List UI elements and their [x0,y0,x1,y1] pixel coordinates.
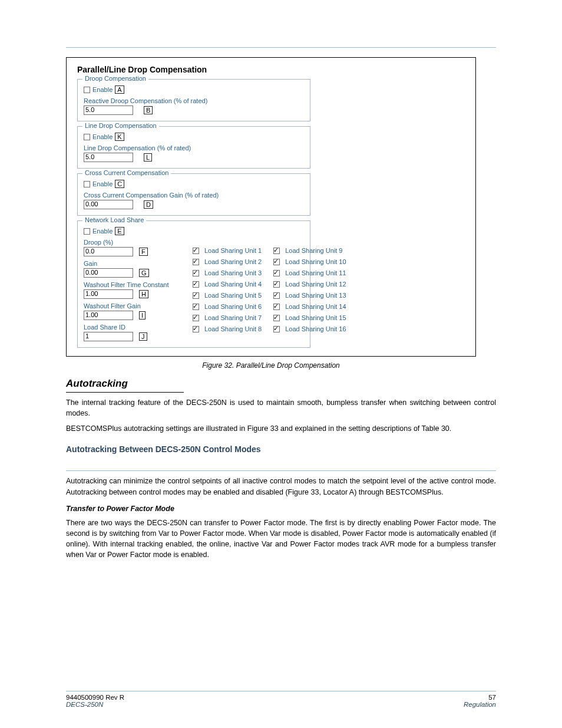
checkbox-lsu[interactable] [273,315,280,321]
group-legend-nls: Network Load Share [82,216,146,223]
lsu-item: Load Sharing Unit 1 [193,247,262,254]
tag-c: C [115,180,124,188]
group-linedrop: Line Drop Compensation Enable K Line Dro… [77,126,310,169]
checkbox-linedrop-enable[interactable] [84,134,90,140]
group-legend-cross: Cross Current Compensation [82,169,171,176]
tag-i: I [139,311,146,319]
label-nls-enable: Enable [92,228,113,235]
lsu-item: Load Sharing Unit 5 [193,292,262,299]
checkbox-lsu[interactable] [273,270,280,276]
label-linedrop-enable: Enable [92,133,113,140]
figure-caption: Figure 32. Parallel/Line Drop Compensati… [66,361,476,370]
figure-title: Parallel/Line Drop Compensation [77,65,465,74]
lsu-item: Load Sharing Unit 3 [193,269,262,276]
heading-internal-tracking: Autotracking Between DECS-250N Control M… [66,444,496,454]
checkbox-lsu[interactable] [193,292,199,299]
tag-k: K [115,133,124,141]
lsu-column-right: Load Sharing Unit 9Load Sharing Unit 10L… [273,247,346,341]
tag-h: H [139,290,148,298]
tag-f: F [139,248,148,256]
group-legend-droop: Droop Compensation [82,75,148,82]
checkbox-lsu[interactable] [193,281,199,288]
label-droop-enable: Enable [92,86,113,93]
lsu-label: Load Sharing Unit 13 [285,292,346,299]
checkbox-lsu[interactable] [193,270,199,276]
checkbox-lsu[interactable] [273,259,280,265]
heading-transfer-pf: Transfer to Power Factor Mode [66,505,496,513]
checkbox-lsu[interactable] [273,248,280,254]
caption-nls-loadshare-id: Load Share ID [84,324,181,331]
checkbox-nls-enable[interactable] [84,228,90,235]
group-nls: Network Load Share Enable E Droop (%) 0.… [77,220,310,348]
checkbox-cross-enable[interactable] [84,181,90,187]
input-linedrop-value[interactable]: 5.0 [84,153,133,162]
input-nls-loadshare-id[interactable]: 1 [84,332,133,341]
group-legend-linedrop: Line Drop Compensation [82,122,159,129]
input-nls-droop[interactable]: 0.0 [84,247,133,256]
lsu-label: Load Sharing Unit 5 [204,292,262,299]
figure-container: Parallel/Line Drop Compensation Droop Co… [66,57,476,357]
lsu-column-left: Load Sharing Unit 1Load Sharing Unit 2Lo… [193,247,262,341]
checkbox-lsu[interactable] [193,248,199,254]
lsu-label: Load Sharing Unit 9 [285,247,342,254]
lsu-item: Load Sharing Unit 2 [193,258,262,265]
tag-a: A [115,85,124,94]
caption-droop: Reactive Droop Compensation (% of rated) [84,97,304,104]
lsu-label: Load Sharing Unit 1 [204,247,262,254]
checkbox-lsu[interactable] [193,315,199,321]
heading-underline [66,392,184,393]
checkbox-lsu[interactable] [273,292,280,299]
lsu-label: Load Sharing Unit 11 [285,269,346,276]
lsu-label: Load Sharing Unit 8 [204,325,262,332]
input-cross-value[interactable]: 0.00 [84,200,133,209]
lsu-item: Load Sharing Unit 15 [273,314,346,321]
checkbox-lsu[interactable] [193,304,199,310]
label-cross-enable: Enable [92,180,113,187]
lsu-label: Load Sharing Unit 7 [204,314,262,321]
lsu-item: Load Sharing Unit 11 [273,269,346,276]
lsu-label: Load Sharing Unit 14 [285,303,346,310]
lsu-item: Load Sharing Unit 13 [273,292,346,299]
checkbox-lsu[interactable] [193,326,199,332]
lsu-item: Load Sharing Unit 16 [273,325,346,332]
input-nls-washout-gain[interactable]: 1.00 [84,311,133,320]
lsu-item: Load Sharing Unit 4 [193,281,262,288]
caption-nls-gain: Gain [84,260,181,267]
paragraph-3: Autotracking can minimize the control se… [66,476,496,497]
caption-cross: Cross Current Compensation Gain (% of ra… [84,192,304,199]
checkbox-lsu[interactable] [193,259,199,265]
tag-d: D [144,200,153,209]
input-nls-washout-tc[interactable]: 1.00 [84,289,133,299]
tag-e: E [115,227,124,235]
input-nls-gain[interactable]: 0.00 [84,268,133,278]
lsu-item: Load Sharing Unit 9 [273,247,346,254]
checkbox-lsu[interactable] [273,304,280,310]
lsu-label: Load Sharing Unit 2 [204,258,262,265]
caption-linedrop: Line Drop Compensation (% of rated) [84,144,304,151]
heading-rule [66,470,496,471]
tag-g: G [139,269,149,277]
caption-nls-washout-gain: Washout Filter Gain [84,302,181,309]
paragraph-1: The internal tracking feature of the DEC… [66,397,496,419]
checkbox-lsu[interactable] [273,326,280,332]
lsu-item: Load Sharing Unit 7 [193,314,262,321]
lsu-label: Load Sharing Unit 15 [285,314,346,321]
paragraph-2: BESTCOMSPlus autotracking settings are i… [66,423,496,434]
lsu-label: Load Sharing Unit 12 [285,281,346,288]
tag-b: B [144,106,153,114]
paragraph-4: There are two ways the DECS-250N can tra… [66,518,496,561]
lsu-item: Load Sharing Unit 12 [273,281,346,288]
checkbox-lsu[interactable] [273,281,280,288]
caption-nls-droop: Droop (%) [84,239,181,246]
input-droop-value[interactable]: 5.0 [84,106,133,115]
lsu-item: Load Sharing Unit 8 [193,325,262,332]
footer-brand: DECS-250N [66,701,103,708]
footer-rule [66,691,496,691]
lsu-item: Load Sharing Unit 10 [273,258,346,265]
checkbox-droop-enable[interactable] [84,87,90,93]
lsu-label: Load Sharing Unit 6 [204,303,262,310]
lsu-item: Load Sharing Unit 14 [273,303,346,310]
lsu-label: Load Sharing Unit 16 [285,325,346,332]
lsu-item: Load Sharing Unit 6 [193,303,262,310]
footer-page: 57 [488,694,496,701]
